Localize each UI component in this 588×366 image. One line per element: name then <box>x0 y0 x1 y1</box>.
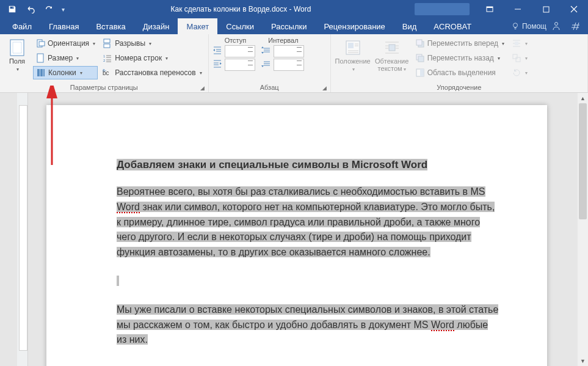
indent-left-input[interactable] <box>225 45 255 57</box>
document-area: Добавляем знаки и специальные символы в … <box>0 93 588 366</box>
svg-rect-23 <box>416 40 422 45</box>
align-icon <box>512 38 521 48</box>
rotate-button[interactable]: ▾ <box>509 66 530 79</box>
margins-label: Поля <box>9 57 25 65</box>
line-numbers-icon: 12 <box>103 53 112 63</box>
minimize-button[interactable] <box>504 0 532 18</box>
svg-rect-28 <box>515 42 518 45</box>
tab-review[interactable]: Рецензирование <box>315 18 393 34</box>
tab-mailings[interactable]: Рассылки <box>263 18 315 34</box>
title-bar: ▾ Как сделать колонки в Ворде.docx - Wor… <box>0 0 588 18</box>
size-icon <box>35 53 45 63</box>
svg-rect-21 <box>389 45 395 51</box>
svg-rect-13 <box>104 39 110 43</box>
ribbon-tab-strip: Файл Главная Вставка Дизайн Макет Ссылки… <box>0 18 588 34</box>
tab-home[interactable]: Главная <box>40 18 87 34</box>
scroll-down-button[interactable]: ▼ <box>578 356 588 366</box>
paragraph-launcher[interactable]: ◢ <box>322 85 327 91</box>
tab-layout[interactable]: Макет <box>178 18 217 34</box>
tell-me-box[interactable]: Помощ <box>511 22 546 31</box>
tab-file[interactable]: Файл <box>4 18 40 34</box>
tab-design[interactable]: Дизайн <box>134 18 178 34</box>
svg-rect-2 <box>543 7 549 12</box>
line-numbers-label: Номера строк <box>115 54 162 62</box>
scroll-up-button[interactable]: ▲ <box>578 93 588 103</box>
breaks-label: Разрывы <box>115 39 145 48</box>
group-paragraph: Отступ Интервал Абзац◢ <box>209 34 331 92</box>
send-backward-label: Переместить назад <box>427 54 494 62</box>
redo-button[interactable] <box>40 1 57 17</box>
quick-access-toolbar: ▾ <box>0 1 67 17</box>
save-button[interactable] <box>4 1 21 17</box>
group-page-setup: Поля▾ Ориентация▾ Размер▾ Колонки▾ <box>0 34 209 92</box>
tab-insert[interactable]: Вставка <box>87 18 134 34</box>
vertical-ruler <box>17 93 28 366</box>
hyphenation-icon: bca- <box>103 68 112 78</box>
svg-rect-9 <box>37 54 43 62</box>
window-title: Как сделать колонки в Ворде.docx - Word <box>67 5 415 13</box>
document-paragraph-2[interactable]: Мы уже писали о вставке некоторых специа… <box>117 302 499 348</box>
group-page-setup-label: Параметры страницы <box>70 84 138 91</box>
orientation-icon <box>35 38 45 48</box>
svg-text:1: 1 <box>103 54 106 58</box>
wrap-text-button[interactable]: Обтекание текстом▾ <box>374 37 410 74</box>
user-account-area[interactable] <box>415 3 470 15</box>
breaks-button[interactable]: Разрывы▾ <box>100 37 205 50</box>
orientation-label: Ориентация <box>48 39 89 48</box>
position-label: Положение <box>335 57 371 65</box>
orientation-button[interactable]: Ориентация▾ <box>33 37 98 50</box>
scroll-thumb[interactable] <box>579 103 587 219</box>
line-numbers-button[interactable]: 12 Номера строк▾ <box>100 51 205 65</box>
svg-rect-29 <box>513 54 517 59</box>
selection-pane-button[interactable]: Область выделения <box>413 66 507 79</box>
send-backward-icon <box>415 53 425 63</box>
columns-button[interactable]: Колонки▾ <box>33 66 98 79</box>
indent-left-icon <box>212 45 222 57</box>
tab-references[interactable]: Ссылки <box>217 18 263 34</box>
maximize-button[interactable] <box>532 0 560 18</box>
indent-right-icon <box>212 59 222 71</box>
spacing-before-input[interactable] <box>274 45 304 57</box>
hyphenation-label: Расстановка переносов <box>115 68 196 77</box>
share-icon[interactable] <box>551 21 561 31</box>
document-page[interactable]: Добавляем знаки и специальные символы в … <box>46 105 547 366</box>
undo-button[interactable] <box>22 1 39 17</box>
columns-label: Колонки <box>48 68 76 77</box>
document-paragraph-1[interactable]: Вероятнее всего, вы хотя бы раз сталкива… <box>117 185 499 260</box>
document-heading[interactable]: Добавляем знаки и специальные символы в … <box>117 159 499 171</box>
comment-icon[interactable] <box>571 21 581 31</box>
svg-text:a-: a- <box>103 68 107 72</box>
vertical-scrollbar[interactable]: ▲ ▼ <box>578 93 588 366</box>
svg-rect-27 <box>420 69 424 76</box>
spacing-after-icon <box>261 59 271 71</box>
breaks-icon <box>103 38 112 48</box>
columns-icon <box>36 68 46 78</box>
bring-forward-icon <box>415 38 425 48</box>
group-arrange-label: Упорядочение <box>437 84 481 91</box>
group-objects-button[interactable]: ▾ <box>509 51 530 65</box>
send-backward-button[interactable]: Переместить назад▾ <box>413 51 507 65</box>
qat-customize-button[interactable]: ▾ <box>59 1 67 17</box>
svg-rect-25 <box>418 56 424 62</box>
tell-me-label: Помощ <box>522 22 546 31</box>
tab-view[interactable]: Вид <box>394 18 426 34</box>
position-button[interactable]: Положение▾ <box>335 37 371 74</box>
indent-heading: Отступ <box>225 37 247 44</box>
spacing-after-input[interactable] <box>274 59 304 71</box>
margins-icon <box>9 38 26 57</box>
indent-right-input[interactable] <box>225 59 255 71</box>
tab-acrobat[interactable]: ACROBAT <box>425 18 480 34</box>
svg-rect-8 <box>39 42 45 46</box>
group-paragraph-label: Абзац <box>260 84 279 91</box>
hyphenation-button[interactable]: bca- Расстановка переносов▾ <box>100 66 205 79</box>
svg-rect-10 <box>37 69 40 76</box>
margins-button[interactable]: Поля▾ <box>4 37 31 74</box>
close-button[interactable] <box>560 0 588 18</box>
ribbon-display-options-button[interactable] <box>476 0 504 18</box>
selection-pane-icon <box>415 68 425 78</box>
page-setup-launcher[interactable]: ◢ <box>200 85 205 91</box>
document-blank-paragraph[interactable] <box>117 274 499 289</box>
size-button[interactable]: Размер▾ <box>33 51 98 65</box>
align-button[interactable]: ▾ <box>509 37 530 50</box>
bring-forward-button[interactable]: Переместить вперед▾ <box>413 37 507 50</box>
